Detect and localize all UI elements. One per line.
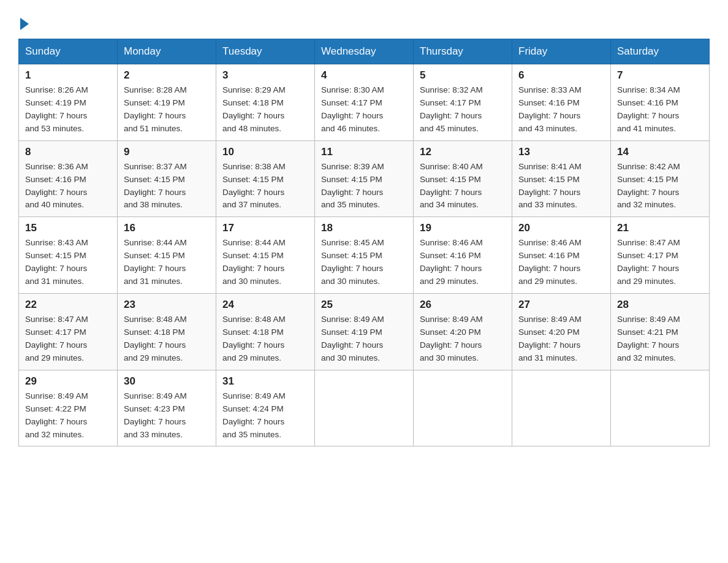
day-info: Sunrise: 8:49 AMSunset: 4:24 PMDaylight:…: [222, 390, 308, 442]
day-number: 7: [617, 69, 703, 82]
day-info: Sunrise: 8:39 AMSunset: 4:15 PMDaylight:…: [321, 161, 407, 212]
calendar-cell: 29Sunrise: 8:49 AMSunset: 4:22 PMDayligh…: [19, 370, 118, 446]
calendar-cell: 16Sunrise: 8:44 AMSunset: 4:15 PMDayligh…: [118, 217, 216, 294]
day-number: 11: [321, 146, 407, 158]
calendar-cell: [315, 370, 414, 446]
day-number: 1: [25, 69, 111, 82]
calendar-cell: 31Sunrise: 8:49 AMSunset: 4:24 PMDayligh…: [216, 370, 315, 446]
calendar-cell: 20Sunrise: 8:46 AMSunset: 4:16 PMDayligh…: [512, 217, 611, 294]
calendar-cell: 7Sunrise: 8:34 AMSunset: 4:16 PMDaylight…: [611, 64, 710, 141]
calendar-cell: 9Sunrise: 8:37 AMSunset: 4:15 PMDaylight…: [118, 140, 216, 217]
calendar-table: SundayMondayTuesdayWednesdayThursdayFrid…: [18, 39, 710, 446]
day-info: Sunrise: 8:36 AMSunset: 4:16 PMDaylight:…: [25, 161, 111, 212]
day-number: 10: [222, 146, 308, 158]
day-info: Sunrise: 8:48 AMSunset: 4:18 PMDaylight:…: [222, 313, 308, 365]
day-number: 3: [222, 69, 308, 82]
weekday-header-sunday: Sunday: [19, 39, 118, 64]
calendar-week-row: 22Sunrise: 8:47 AMSunset: 4:17 PMDayligh…: [19, 294, 710, 370]
day-number: 20: [518, 222, 604, 234]
day-number: 15: [25, 222, 111, 234]
day-number: 14: [617, 146, 703, 158]
day-info: Sunrise: 8:49 AMSunset: 4:20 PMDaylight:…: [420, 313, 506, 365]
day-number: 9: [124, 146, 210, 158]
day-number: 24: [222, 299, 308, 311]
weekday-header-monday: Monday: [118, 39, 216, 64]
logo-arrow-icon: [20, 18, 29, 30]
day-info: Sunrise: 8:44 AMSunset: 4:15 PMDaylight:…: [124, 237, 210, 288]
day-info: Sunrise: 8:46 AMSunset: 4:16 PMDaylight:…: [420, 237, 506, 288]
day-info: Sunrise: 8:40 AMSunset: 4:15 PMDaylight:…: [420, 161, 506, 212]
calendar-cell: 15Sunrise: 8:43 AMSunset: 4:15 PMDayligh…: [19, 217, 118, 294]
weekday-header-friday: Friday: [512, 39, 611, 64]
weekday-header-saturday: Saturday: [611, 39, 710, 64]
day-number: 30: [124, 375, 210, 388]
calendar-cell: [414, 370, 512, 446]
calendar-cell: 3Sunrise: 8:29 AMSunset: 4:18 PMDaylight…: [216, 64, 315, 141]
calendar-cell: 22Sunrise: 8:47 AMSunset: 4:17 PMDayligh…: [19, 294, 118, 370]
day-info: Sunrise: 8:49 AMSunset: 4:21 PMDaylight:…: [617, 313, 703, 365]
calendar-cell: 1Sunrise: 8:26 AMSunset: 4:19 PMDaylight…: [19, 64, 118, 141]
day-info: Sunrise: 8:30 AMSunset: 4:17 PMDaylight:…: [321, 84, 407, 136]
day-number: 13: [518, 146, 604, 158]
day-info: Sunrise: 8:29 AMSunset: 4:18 PMDaylight:…: [222, 84, 308, 136]
day-number: 2: [124, 69, 210, 82]
day-number: 5: [420, 69, 506, 82]
calendar-cell: [512, 370, 611, 446]
calendar-cell: 11Sunrise: 8:39 AMSunset: 4:15 PMDayligh…: [315, 140, 414, 217]
day-info: Sunrise: 8:44 AMSunset: 4:15 PMDaylight:…: [222, 237, 308, 288]
day-number: 6: [518, 69, 604, 82]
day-info: Sunrise: 8:26 AMSunset: 4:19 PMDaylight:…: [25, 84, 111, 136]
day-info: Sunrise: 8:49 AMSunset: 4:22 PMDaylight:…: [25, 390, 111, 442]
calendar-cell: 30Sunrise: 8:49 AMSunset: 4:23 PMDayligh…: [118, 370, 216, 446]
day-number: 8: [25, 146, 111, 158]
day-info: Sunrise: 8:28 AMSunset: 4:19 PMDaylight:…: [124, 84, 210, 136]
day-info: Sunrise: 8:45 AMSunset: 4:15 PMDaylight:…: [321, 237, 407, 288]
calendar-cell: 19Sunrise: 8:46 AMSunset: 4:16 PMDayligh…: [414, 217, 512, 294]
calendar-week-row: 29Sunrise: 8:49 AMSunset: 4:22 PMDayligh…: [19, 370, 710, 446]
day-info: Sunrise: 8:47 AMSunset: 4:17 PMDaylight:…: [25, 313, 111, 365]
day-number: 4: [321, 69, 407, 82]
calendar-cell: 6Sunrise: 8:33 AMSunset: 4:16 PMDaylight…: [512, 64, 611, 141]
day-info: Sunrise: 8:42 AMSunset: 4:15 PMDaylight:…: [617, 161, 703, 212]
calendar-cell: 5Sunrise: 8:32 AMSunset: 4:17 PMDaylight…: [414, 64, 512, 141]
day-number: 29: [25, 375, 111, 388]
calendar-week-row: 15Sunrise: 8:43 AMSunset: 4:15 PMDayligh…: [19, 217, 710, 294]
day-number: 23: [124, 299, 210, 311]
calendar-week-row: 1Sunrise: 8:26 AMSunset: 4:19 PMDaylight…: [19, 64, 710, 141]
calendar-cell: 26Sunrise: 8:49 AMSunset: 4:20 PMDayligh…: [414, 294, 512, 370]
calendar-cell: 10Sunrise: 8:38 AMSunset: 4:15 PMDayligh…: [216, 140, 315, 217]
day-info: Sunrise: 8:38 AMSunset: 4:15 PMDaylight:…: [222, 161, 308, 212]
calendar-cell: 27Sunrise: 8:49 AMSunset: 4:20 PMDayligh…: [512, 294, 611, 370]
day-number: 21: [617, 222, 703, 234]
day-number: 22: [25, 299, 111, 311]
weekday-header-tuesday: Tuesday: [216, 39, 315, 64]
calendar-cell: 21Sunrise: 8:47 AMSunset: 4:17 PMDayligh…: [611, 217, 710, 294]
calendar-week-row: 8Sunrise: 8:36 AMSunset: 4:16 PMDaylight…: [19, 140, 710, 217]
weekday-header-row: SundayMondayTuesdayWednesdayThursdayFrid…: [19, 39, 710, 64]
day-info: Sunrise: 8:48 AMSunset: 4:18 PMDaylight:…: [124, 313, 210, 365]
day-number: 17: [222, 222, 308, 234]
page-header: [18, 12, 710, 28]
day-info: Sunrise: 8:49 AMSunset: 4:19 PMDaylight:…: [321, 313, 407, 365]
calendar-cell: 4Sunrise: 8:30 AMSunset: 4:17 PMDaylight…: [315, 64, 414, 141]
day-info: Sunrise: 8:37 AMSunset: 4:15 PMDaylight:…: [124, 161, 210, 212]
day-number: 19: [420, 222, 506, 234]
calendar-cell: 8Sunrise: 8:36 AMSunset: 4:16 PMDaylight…: [19, 140, 118, 217]
calendar-cell: 28Sunrise: 8:49 AMSunset: 4:21 PMDayligh…: [611, 294, 710, 370]
day-info: Sunrise: 8:34 AMSunset: 4:16 PMDaylight:…: [617, 84, 703, 136]
day-info: Sunrise: 8:47 AMSunset: 4:17 PMDaylight:…: [617, 237, 703, 288]
logo: [18, 15, 29, 28]
calendar-cell: 25Sunrise: 8:49 AMSunset: 4:19 PMDayligh…: [315, 294, 414, 370]
calendar-cell: 17Sunrise: 8:44 AMSunset: 4:15 PMDayligh…: [216, 217, 315, 294]
day-number: 18: [321, 222, 407, 234]
day-info: Sunrise: 8:49 AMSunset: 4:23 PMDaylight:…: [124, 390, 210, 442]
calendar-cell: 23Sunrise: 8:48 AMSunset: 4:18 PMDayligh…: [118, 294, 216, 370]
day-number: 26: [420, 299, 506, 311]
day-info: Sunrise: 8:43 AMSunset: 4:15 PMDaylight:…: [25, 237, 111, 288]
day-info: Sunrise: 8:33 AMSunset: 4:16 PMDaylight:…: [518, 84, 604, 136]
day-info: Sunrise: 8:41 AMSunset: 4:15 PMDaylight:…: [518, 161, 604, 212]
day-number: 12: [420, 146, 506, 158]
calendar-cell: 24Sunrise: 8:48 AMSunset: 4:18 PMDayligh…: [216, 294, 315, 370]
day-info: Sunrise: 8:32 AMSunset: 4:17 PMDaylight:…: [420, 84, 506, 136]
calendar-cell: 13Sunrise: 8:41 AMSunset: 4:15 PMDayligh…: [512, 140, 611, 217]
